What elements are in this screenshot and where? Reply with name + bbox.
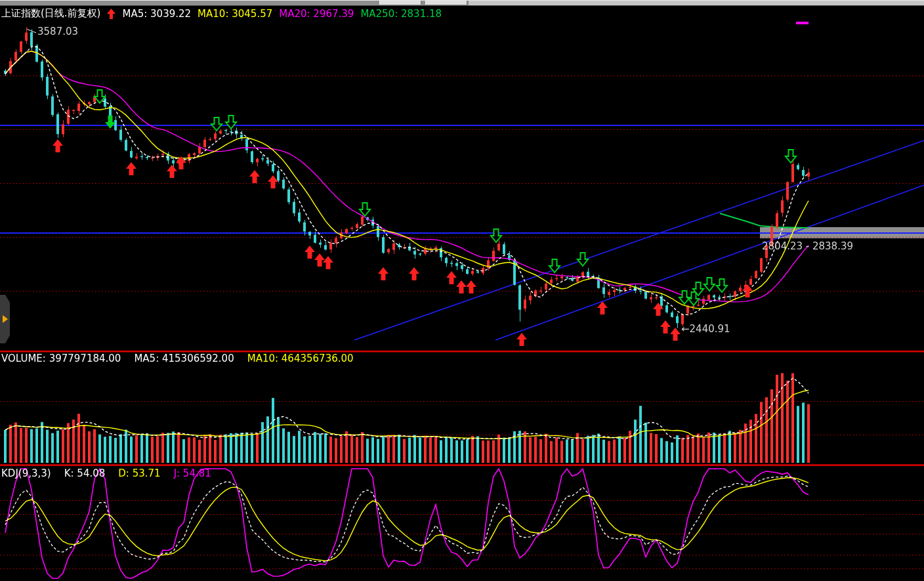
up-trend-icon	[107, 9, 116, 19]
ma-value: MA250: 2831.18	[360, 8, 442, 20]
stock-chart-canvas[interactable]	[0, 0, 924, 581]
volume-value: MA10: 464356736.00	[247, 353, 354, 364]
volume-value: VOLUME: 397797184.00	[1, 353, 121, 364]
ma-value: MA20: 2967.39	[279, 8, 354, 20]
ma-value: MA10: 3045.57	[198, 8, 272, 20]
volume-header: VOLUME: 397797184.00MA5: 415306592.00MA1…	[1, 353, 360, 364]
scrollbar-thumb[interactable]	[425, 1, 467, 5]
drawing-marker[interactable]	[796, 22, 808, 24]
main-chart-header: 上证指数(日线.前复权) MA5: 3039.22MA10: 3045.57MA…	[1, 7, 448, 20]
ma-value: MA5: 3039.22	[122, 8, 191, 20]
instrument-title: 上证指数(日线.前复权)	[1, 7, 100, 20]
side-panel-toggle[interactable]	[0, 295, 10, 343]
kdj-header: KDJ(9,3,3)K: 54.08D: 53.71J: 54.81	[1, 467, 218, 479]
volume-value: MA5: 415306592.00	[134, 353, 234, 364]
kdj-value: D: 53.71	[118, 467, 160, 479]
resistance-zone-label: 2804.23 - 2838.39	[762, 240, 853, 252]
top-scrollbar[interactable]	[0, 0, 924, 6]
scrollbar-track-right[interactable]	[469, 1, 924, 5]
low-price-label: ←2440.91	[681, 323, 730, 335]
kdj-value: K: 54.08	[64, 467, 106, 479]
kdj-value: KDJ(9,3,3)	[1, 467, 51, 479]
high-price-label: 3587.03	[37, 26, 78, 37]
kdj-value: J: 54.81	[174, 467, 211, 479]
ma-values: MA5: 3039.22MA10: 3045.57MA20: 2967.39MA…	[122, 8, 448, 20]
expand-arrow-icon	[3, 315, 8, 323]
scrollbar-thumb[interactable]	[379, 1, 421, 5]
stock-app-window: 上证指数(日线.前复权) MA5: 3039.22MA10: 3045.57MA…	[0, 0, 924, 581]
